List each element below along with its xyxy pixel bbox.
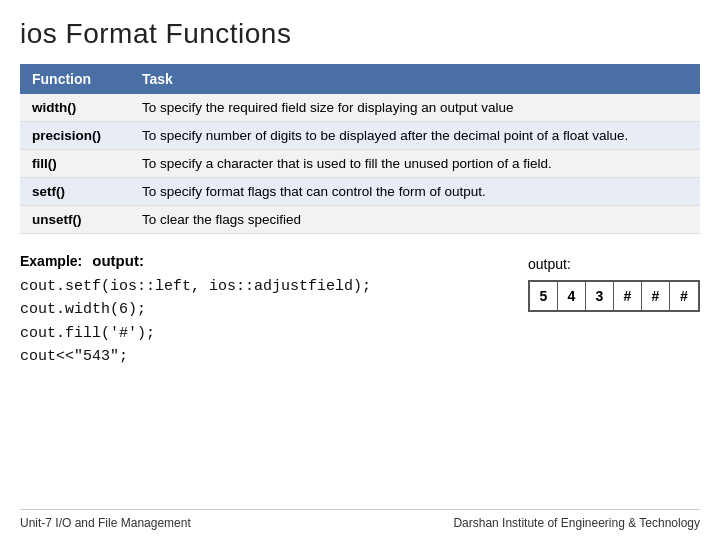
example-area: Example: output: cout.setf(ios::left, io… — [20, 252, 518, 368]
table-cell-task: To specify the required field size for d… — [130, 94, 700, 122]
output-cell: 5 — [530, 282, 558, 310]
table-cell-task: To specify number of digits to be displa… — [130, 122, 700, 150]
function-table: Function Task width()To specify the requ… — [20, 64, 700, 234]
output-cell: # — [670, 282, 698, 310]
table-row: fill()To specify a character that is use… — [20, 150, 700, 178]
page: ios Format Functions Function Task width… — [0, 0, 720, 540]
output-inline-label: output: — [92, 252, 144, 269]
table-cell-func: precision() — [20, 122, 130, 150]
table-header-task: Task — [130, 64, 700, 94]
footer-left: Unit-7 I/O and File Management — [20, 516, 191, 530]
code-block: cout.setf(ios::left, ios::adjustfield);c… — [20, 275, 518, 368]
example-top-row: Example: output: — [20, 252, 518, 273]
table-cell-func: fill() — [20, 150, 130, 178]
footer: Unit-7 I/O and File Management Darshan I… — [20, 509, 700, 530]
output-cell: # — [642, 282, 670, 310]
output-box: 543### — [528, 280, 700, 312]
table-cell-func: unsetf() — [20, 206, 130, 234]
bottom-section: Example: output: cout.setf(ios::left, io… — [20, 252, 700, 509]
table-row: unsetf()To clear the flags specified — [20, 206, 700, 234]
output-cell: 3 — [586, 282, 614, 310]
table-cell-func: setf() — [20, 178, 130, 206]
code-line: cout<<"543"; — [20, 345, 518, 368]
code-line: cout.setf(ios::left, ios::adjustfield); — [20, 275, 518, 298]
output-label: output: — [528, 256, 700, 272]
table-cell-task: To specify format flags that can control… — [130, 178, 700, 206]
code-line: cout.width(6); — [20, 298, 518, 321]
output-cell: # — [614, 282, 642, 310]
table-cell-task: To clear the flags specified — [130, 206, 700, 234]
table-cell-task: To specify a character that is used to f… — [130, 150, 700, 178]
table-cell-func: width() — [20, 94, 130, 122]
table-row: setf()To specify format flags that can c… — [20, 178, 700, 206]
code-line: cout.fill('#'); — [20, 322, 518, 345]
example-label: Example: — [20, 253, 82, 269]
output-cell: 4 — [558, 282, 586, 310]
table-header-function: Function — [20, 64, 130, 94]
page-title: ios Format Functions — [20, 18, 700, 50]
output-section: output: 543### — [528, 256, 700, 312]
table-row: precision()To specify number of digits t… — [20, 122, 700, 150]
table-row: width()To specify the required field siz… — [20, 94, 700, 122]
footer-right: Darshan Institute of Engineering & Techn… — [453, 516, 700, 530]
